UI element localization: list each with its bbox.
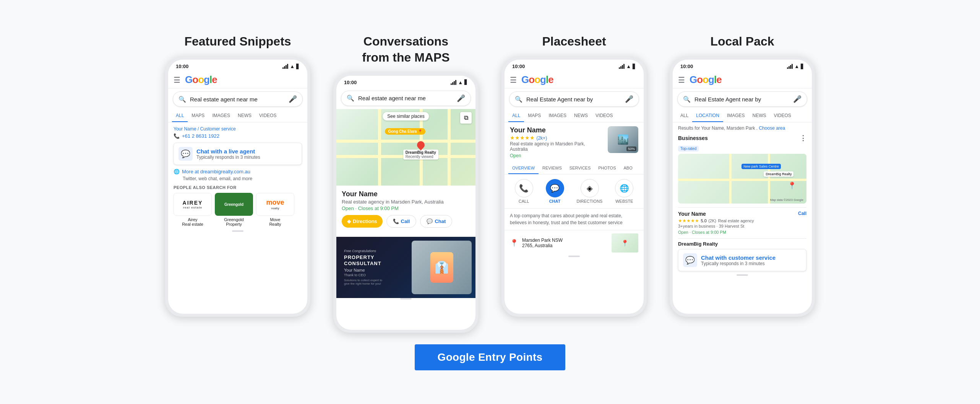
battery-icon-4: ▋ (801, 64, 804, 69)
chat-widget-text-1: Chat with a live agent Typically respond… (196, 148, 260, 160)
call-circle[interactable]: 📞 (515, 179, 533, 197)
place-status-row: Open (510, 152, 604, 159)
ceo-title: Thank to CEO (344, 273, 404, 277)
hamburger-icon-3[interactable]: ☰ (510, 75, 517, 85)
action-website[interactable]: 🌐 WEBSTE (615, 179, 633, 204)
chat-icon-box-1: 💬 (178, 147, 193, 161)
phone-icon: 📞 (174, 133, 180, 139)
hamburger-icon-1[interactable]: ☰ (174, 75, 180, 85)
tab-images-4[interactable]: IMAGES (723, 110, 749, 122)
call-button-maps[interactable]: 📞 Call (386, 215, 417, 228)
chat-widget-local[interactable]: 💬 Chat with customer service Typically r… (678, 249, 806, 271)
address-map-thumb: 📍 (612, 233, 638, 252)
chat-circle[interactable]: 💬 (546, 179, 564, 197)
breadcrumb-1: Your Name / Customer service (174, 126, 302, 132)
local-biz-name: Your Name (678, 211, 754, 217)
phone-number-text: +61 2 8631 1922 (182, 133, 219, 139)
place-tab-services[interactable]: SERVICES (566, 163, 594, 174)
google-logo-3: Google (521, 74, 553, 86)
local-review-count: (2K) (708, 218, 716, 223)
related-item-move[interactable]: move realty MoveRealty (256, 193, 294, 226)
pin-gong-cha[interactable]: Gong Cha Elara 📍 (385, 128, 425, 135)
directions-label: DIRECTIONS (577, 199, 603, 204)
google-entry-button[interactable]: Google Entry Points (415, 344, 566, 370)
place-tab-overview[interactable]: OVERVIEW (508, 163, 539, 174)
tab-all-1[interactable]: ALL (172, 110, 188, 122)
review-count: (2k+) (536, 135, 547, 141)
action-call[interactable]: 📞 CALL (515, 179, 533, 204)
search-bar-1[interactable]: 🔍 Real estate agent near me 🎤 (173, 91, 303, 107)
tab-maps-1[interactable]: MAPS (188, 110, 208, 122)
local-biz-entry-1: Your Name ★★★★★ 5.0 (2K) Real estate age… (678, 207, 806, 238)
see-similar-btn[interactable]: See similar places (383, 112, 429, 121)
tab-all-3[interactable]: ALL (508, 110, 524, 122)
snippet-result: Your Name / Customer service 📞 +61 2 863… (168, 122, 307, 230)
scroll-indicator-4 (737, 274, 748, 276)
website-circle[interactable]: 🌐 (615, 179, 633, 197)
tab-bar-1: ALL MAPS IMAGES NEWS VIDEOS (168, 110, 307, 122)
action-chat[interactable]: 💬 CHAT (546, 179, 564, 204)
businesses-label: Businesses (678, 135, 708, 141)
more-at-1[interactable]: 🌐 More at dreambigrealty.com.au (174, 169, 302, 174)
tab-maps-3[interactable]: MAPS (524, 110, 545, 122)
featured-snippets-title: Featured Snippets (184, 34, 291, 50)
tab-videos-1[interactable]: VIDEOS (255, 110, 280, 122)
action-directions[interactable]: ◈ DIRECTIONS (577, 179, 603, 204)
marker-new-park: New park Sales Centre (741, 164, 781, 169)
choose-area-link[interactable]: Choose area (759, 125, 785, 131)
breadcrumb-link[interactable]: Your Name / Customer service (174, 126, 236, 132)
tab-news-1[interactable]: NEWS (234, 110, 255, 122)
search-bar-2[interactable]: 🔍 Real estate agent near me 🎤 (341, 91, 471, 106)
local-stars: ★★★★★ (678, 218, 699, 223)
tab-images-1[interactable]: IMAGES (208, 110, 234, 122)
mic-icon-1[interactable]: 🎤 (289, 95, 297, 103)
time-3: 10:00 (512, 64, 525, 69)
chat-widget-1[interactable]: 💬 Chat with a live agent Typically respo… (174, 143, 302, 165)
tab-images-3[interactable]: IMAGES (545, 110, 570, 122)
people-search-label: PEOPLE ALSO SEARCH FOR (174, 185, 302, 190)
place-type: Real estate agency in Marsden Park, Aust… (510, 141, 604, 152)
related-item-greengold[interactable]: Greengold GreengoldProperty (215, 193, 253, 226)
conversations-maps-phone: 10:00 ▲ ▋ (333, 73, 479, 333)
mic-icon-4[interactable]: 🎤 (793, 95, 802, 103)
move-label: MoveRealty (269, 217, 281, 226)
time-1: 10:00 (176, 64, 188, 69)
place-header: Your Name ★★★★★ (2k+) Real estate agency… (505, 122, 644, 163)
hamburger-icon-4[interactable]: ☰ (678, 75, 685, 85)
tab-bar-4: ALL LOCATION IMAGES NEWS VIDEOS (673, 110, 812, 122)
dots-icon-local[interactable]: ⋮ (800, 134, 806, 142)
tab-location-4[interactable]: LOCATION (692, 110, 723, 122)
search-bar-3[interactable]: 🔍 Real Estate Agent near by 🎤 (509, 91, 639, 107)
directions-circle[interactable]: ◈ (581, 179, 599, 197)
airey-thumb: AIREY real estate (174, 193, 212, 216)
biz-name-maps: Your Name (342, 190, 470, 198)
chat-subtitle-local: Typically responds in 3 minutes (701, 261, 776, 266)
directions-button[interactable]: ◈ Directions (342, 215, 383, 228)
status-icons-1: ▲ ▋ (282, 64, 300, 69)
place-tab-reviews[interactable]: REVIEWS (539, 163, 566, 174)
tab-all-4[interactable]: ALL (677, 110, 692, 122)
conversations-maps-section: Conversations from the MAPS 10:00 (333, 34, 479, 332)
website-label: WEBSTE (615, 199, 633, 204)
layers-icon[interactable]: ⧉ (460, 112, 472, 124)
tab-videos-4[interactable]: VIDEOS (770, 110, 795, 122)
top-rated-row: Top-rated (678, 145, 806, 152)
search-bar-4[interactable]: 🔍 Real Estate Agent near by 🎤 (677, 91, 807, 107)
location-icon: 📍 (510, 239, 518, 247)
battery-icon-1: ▋ (296, 64, 300, 69)
marker-dreambig: DreamBig Realty (764, 171, 793, 177)
place-tab-photos[interactable]: PHOTOS (594, 163, 620, 174)
related-item-airey[interactable]: AIREY real estate AireyReal estate (174, 193, 212, 226)
airey-label: AireyReal estate (182, 217, 203, 226)
mic-icon-3[interactable]: 🎤 (625, 95, 633, 103)
local-call-button[interactable]: Call (798, 211, 806, 216)
place-tab-abo[interactable]: ABO (620, 163, 636, 174)
tab-videos-3[interactable]: VIDEOS (592, 110, 617, 122)
mic-icon-2[interactable]: 🎤 (457, 94, 465, 103)
pin-dreambig[interactable]: DreamBig Realty Recently viewed (403, 141, 438, 160)
tab-news-3[interactable]: NEWS (570, 110, 592, 122)
phone-number-display[interactable]: 📞 +61 2 8631 1922 (174, 133, 302, 139)
search-text-3: Real Estate Agent near by (526, 96, 625, 103)
chat-button-maps[interactable]: 💬 Chat (420, 215, 452, 228)
tab-news-4[interactable]: NEWS (749, 110, 770, 122)
